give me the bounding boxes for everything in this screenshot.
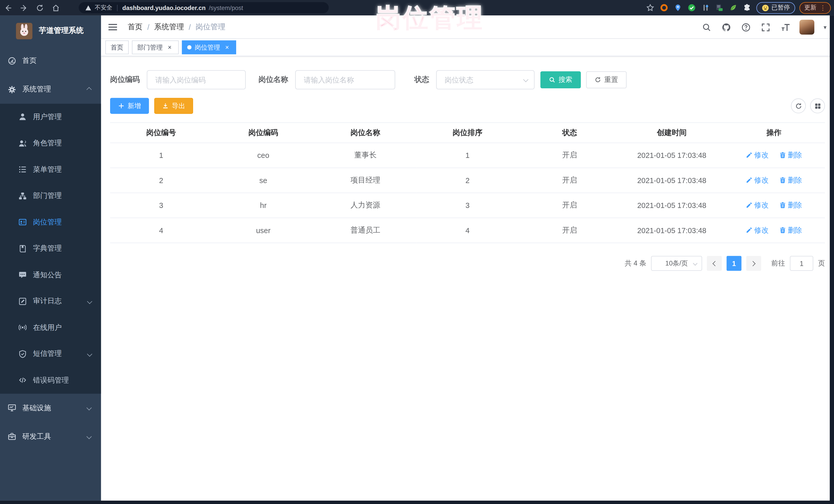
user-icon — [19, 113, 27, 121]
tab-post-mgmt[interactable]: 岗位管理 × — [182, 40, 236, 54]
browser-reload-icon[interactable] — [32, 0, 48, 16]
fullscreen-icon[interactable] — [760, 22, 771, 32]
sidebar-item-online-users[interactable]: 在线用户 — [0, 314, 101, 341]
sidebar-item-label: 短信管理 — [33, 349, 62, 359]
filter-code-input[interactable] — [147, 70, 246, 90]
sidebar-item-user-mgmt[interactable]: 用户管理 — [0, 104, 101, 130]
help-icon[interactable] — [741, 22, 751, 32]
filter-status-select[interactable] — [436, 70, 534, 90]
filter-name-input[interactable] — [295, 70, 395, 90]
breadcrumb-system[interactable]: 系统管理 — [154, 22, 184, 31]
screen: 不安全 dashboard.yudao.iocoder.cn/system/po… — [0, 0, 834, 504]
sidebar-item-dict-mgmt[interactable]: 字典管理 — [0, 236, 101, 262]
cell-code: ceo — [212, 143, 314, 168]
delete-link[interactable]: 删除 — [779, 200, 802, 210]
page-size-select[interactable]: 10条/页 — [651, 256, 702, 271]
sidebar-item-error-code[interactable]: 错误码管理 — [0, 367, 101, 394]
chrome-update-button[interactable]: 更新 ⋮ — [799, 2, 831, 14]
github-icon[interactable] — [721, 22, 731, 32]
export-button[interactable]: 导出 — [154, 98, 193, 114]
next-page-button[interactable] — [746, 256, 761, 271]
navbar-actions: ▾ — [701, 16, 827, 39]
delete-label: 删除 — [788, 200, 802, 210]
bookmark-star-icon[interactable] — [645, 3, 655, 12]
sidebar-item-system[interactable]: 系统管理 — [0, 75, 101, 104]
sidebar-item-home[interactable]: 首页 — [0, 46, 101, 75]
search-icon[interactable] — [701, 22, 712, 32]
browser-home-icon[interactable] — [48, 0, 64, 16]
cell-actions: 修改 删除 — [723, 168, 825, 193]
browser-menu-icon[interactable]: ⋮ — [820, 4, 826, 12]
cell-sort: 1 — [416, 143, 519, 168]
extension-orange-icon[interactable] — [659, 3, 669, 12]
edit-link[interactable]: 修改 — [746, 200, 769, 210]
extension-leaf-icon[interactable] — [728, 3, 738, 12]
add-button[interactable]: 新增 — [110, 98, 149, 114]
cell-status: 开启 — [519, 193, 621, 218]
tab-home[interactable]: 首页 — [105, 40, 129, 54]
browser-forward-icon[interactable] — [16, 0, 32, 16]
cell-code: se — [212, 168, 314, 193]
edit-label: 修改 — [754, 225, 769, 235]
caret-down-icon[interactable]: ▾ — [824, 24, 827, 30]
app-logo[interactable]: 芋道管理系统 — [0, 16, 101, 46]
active-dot — [187, 45, 192, 49]
prev-page-button[interactable] — [707, 256, 722, 271]
current-page[interactable]: 1 — [726, 256, 741, 271]
edit-link[interactable]: 修改 — [746, 175, 769, 185]
extensions-puzzle-icon[interactable] — [742, 3, 752, 12]
sidebar-toggle-icon[interactable] — [101, 15, 125, 39]
cell-created: 2021-01-05 17:03:48 — [621, 168, 723, 193]
tab-dept-mgmt[interactable]: 部门管理 × — [132, 40, 179, 54]
browser-back-icon[interactable] — [0, 0, 16, 16]
user-avatar[interactable] — [799, 20, 814, 35]
sidebar-item-label: 系统管理 — [22, 85, 51, 94]
search-button[interactable]: 搜索 — [540, 71, 580, 88]
breadcrumb-home[interactable]: 首页 — [128, 22, 142, 31]
extension-check-icon[interactable] — [687, 3, 697, 12]
goto-page-input[interactable] — [790, 256, 813, 271]
window-edge-right — [830, 16, 834, 504]
sidebar-item-post-mgmt[interactable]: 岗位管理 — [0, 209, 101, 236]
close-icon[interactable]: × — [166, 44, 173, 51]
address-bar[interactable]: 不安全 dashboard.yudao.iocoder.cn/system/po… — [79, 2, 329, 13]
table-row: 4 user 普通员工 4 开启 2021-01-05 17:03:48 修改 … — [110, 218, 825, 243]
sidebar-item-sms-mgmt[interactable]: 短信管理 — [0, 341, 101, 367]
refresh-table-icon[interactable] — [791, 98, 806, 113]
cell-sort: 2 — [416, 168, 519, 193]
status-select-input[interactable] — [436, 70, 534, 90]
sidebar-item-dev-tools[interactable]: 研发工具 — [0, 422, 101, 451]
navbar: 首页 / 系统管理 / 岗位管理 — [101, 16, 834, 39]
post-table: 岗位编号 岗位编码 岗位名称 岗位排序 状态 创建时间 操作 1 ceo — [110, 123, 825, 243]
extension-gtm-icon[interactable] — [715, 3, 724, 12]
sidebar-item-dept-mgmt[interactable]: 部门管理 — [0, 183, 101, 209]
sidebar-item-infra[interactable]: 基础设施 — [0, 393, 101, 422]
app-title: 芋道管理系统 — [39, 26, 83, 36]
extension-pin-icon[interactable] — [673, 3, 683, 12]
sidebar-item-notice-mgmt[interactable]: 通知公告 — [0, 262, 101, 288]
gear-icon — [8, 86, 16, 93]
delete-link[interactable]: 删除 — [779, 175, 802, 185]
sidebar-item-role-mgmt[interactable]: 角色管理 — [0, 130, 101, 157]
col-created: 创建时间 — [621, 123, 723, 143]
extension-sliders-icon[interactable] — [701, 3, 710, 12]
edit-label: 修改 — [754, 151, 769, 160]
pencil-icon — [746, 202, 753, 209]
column-settings-icon[interactable] — [810, 98, 825, 113]
paused-badge[interactable]: 已暂停 — [756, 2, 795, 14]
cell-status: 开启 — [519, 168, 621, 193]
announcement-icon — [19, 271, 27, 279]
sidebar-item-audit-log[interactable]: 审计日志 — [0, 288, 101, 314]
edit-link[interactable]: 修改 — [746, 225, 769, 235]
close-icon[interactable]: × — [223, 44, 231, 51]
breadcrumb-current: 岗位管理 — [196, 22, 225, 31]
sidebar-item-menu-mgmt[interactable]: 菜单管理 — [0, 156, 101, 183]
chevron-up-icon — [87, 87, 92, 92]
font-size-icon[interactable] — [780, 22, 791, 32]
delete-link[interactable]: 删除 — [779, 151, 802, 160]
edit-link[interactable]: 修改 — [746, 151, 769, 160]
search-icon — [549, 76, 555, 83]
reset-button[interactable]: 重置 — [586, 71, 626, 88]
pencil-icon — [746, 227, 753, 234]
delete-link[interactable]: 删除 — [779, 225, 802, 235]
